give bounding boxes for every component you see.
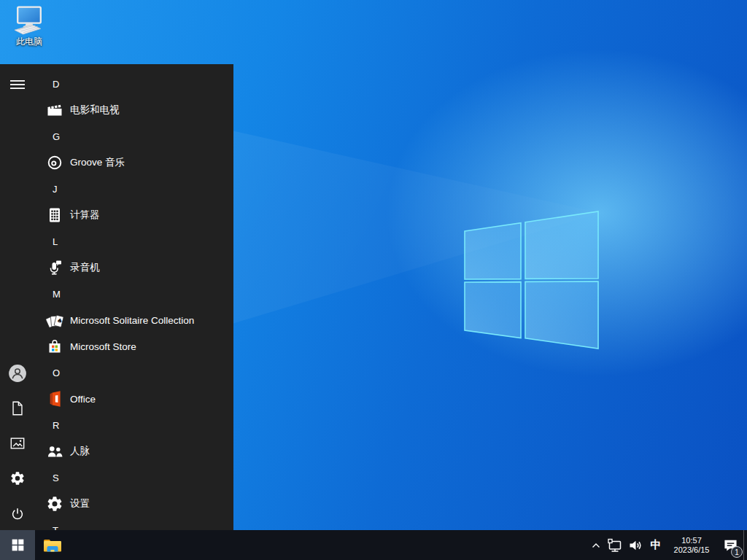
movies-tv-icon [46,101,63,119]
section-letter-m[interactable]: M [35,281,233,307]
document-icon [9,400,26,416]
volume-button[interactable] [625,530,646,560]
app-item-settings[interactable]: 设置 [35,491,233,517]
account-icon [8,364,27,383]
section-letter-t[interactable]: T [35,517,233,530]
groove-music-icon [46,154,63,171]
solitaire-icon: ♠ [46,311,63,329]
app-item-movies-tv[interactable]: 电影和电视 [35,97,233,123]
power-icon [9,506,26,522]
file-explorer-icon [42,537,63,554]
app-item-microsoft-store[interactable]: Microsoft Store [35,333,233,359]
hamburger-icon [10,77,25,92]
desktop-icon-this-pc[interactable]: 此电脑 [7,6,51,48]
taskbar: 中 10:57 2023/6/15 1 [0,530,747,560]
section-letter-o[interactable]: O [35,359,233,386]
documents-button[interactable] [0,391,35,426]
power-button[interactable] [0,497,35,530]
app-item-voice-recorder[interactable]: 录音机 [35,254,233,281]
people-icon [46,443,63,460]
section-letter-j[interactable]: J [35,176,233,202]
gear-icon [9,470,26,486]
section-letter-l[interactable]: L [35,228,233,254]
rail-settings-button[interactable] [0,461,35,496]
taskbar-clock[interactable]: 10:57 2023/6/15 [666,530,717,560]
speaker-icon [628,538,643,553]
app-item-calculator[interactable]: 计算器 [35,202,233,228]
hidden-icons-button[interactable] [587,530,605,560]
calculator-icon [46,206,63,224]
expand-menu-button[interactable] [0,67,35,102]
store-icon [46,338,63,355]
app-item-people[interactable]: 人脉 [35,438,233,464]
app-item-office[interactable]: Office [35,386,233,412]
account-button[interactable] [0,356,35,391]
svg-text:♠: ♠ [56,316,63,325]
network-button[interactable] [605,530,625,560]
show-desktop-button[interactable] [743,530,747,560]
clock-date: 2023/6/15 [674,545,710,555]
network-icon [608,538,622,553]
clock-time: 10:57 [681,536,702,545]
start-button[interactable] [0,530,35,560]
section-letter-g[interactable]: G [35,123,233,149]
this-pc-icon [11,6,47,35]
action-center-button[interactable]: 1 [717,530,743,560]
file-explorer-button[interactable] [35,530,70,560]
pictures-button[interactable] [0,426,35,461]
section-letter-s[interactable]: S [35,464,233,491]
app-item-groove-music[interactable]: Groove 音乐 [35,149,233,176]
chevron-up-icon [590,540,602,551]
pictures-icon [9,435,26,451]
voice-recorder-icon [46,259,63,276]
office-icon [46,390,63,408]
desktop-icon-label: 此电脑 [7,36,51,48]
ime-indicator[interactable]: 中 [646,530,666,560]
windows-logo-icon [11,538,25,552]
section-letter-d[interactable]: D [35,71,233,97]
section-letter-r[interactable]: R [35,412,233,438]
start-menu-rail [0,64,35,530]
settings-icon [46,495,63,513]
notification-badge: 1 [731,546,743,558]
app-item-solitaire[interactable]: ♠ Microsoft Solitaire Collection [35,307,233,333]
start-menu: D 电影和电视 G Groove 音乐 J [0,64,233,530]
system-tray: 中 10:57 2023/6/15 1 [587,530,747,560]
start-menu-app-list: D 电影和电视 G Groove 音乐 J [35,64,233,530]
